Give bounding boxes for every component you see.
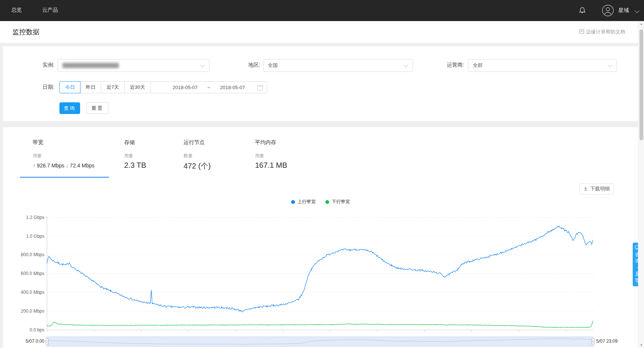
page-scrollbar[interactable]: ▲ ▼ (638, 21, 644, 348)
help-doc-link[interactable]: 边缘计算帮助文档 (579, 29, 625, 35)
date-separator: ~ (207, 85, 210, 90)
page-title: 监控数据 (12, 27, 39, 36)
instance-select[interactable] (58, 59, 210, 72)
carrier-select[interactable]: 全部 (468, 59, 617, 72)
carrier-label: 运营商: (447, 62, 464, 68)
scroll-up-arrow[interactable]: ▲ (638, 22, 644, 26)
datazoom-brush[interactable] (47, 337, 593, 346)
query-button[interactable]: 查询 (59, 102, 80, 114)
region-label: 地区: (248, 62, 260, 68)
page-header-bar: 监控数据 边缘计算帮助文档 (0, 21, 644, 43)
download-series-line (47, 321, 593, 327)
chevron-down-icon (635, 8, 639, 13)
document-icon (579, 29, 584, 35)
help-doc-link-label: 边缘计算帮助文档 (586, 29, 625, 35)
date-preset-group: 今日 昨日 近7天 近30天 (59, 81, 151, 93)
username[interactable]: 星域 (618, 7, 629, 14)
filter-panel: 实例: 地区: 全国 运营商: 全部 日期: 今日 昨日 近7天 近30天 20… (3, 46, 638, 121)
date-preset-30days[interactable]: 近30天 (124, 81, 150, 93)
date-range-input[interactable]: 2018-05-07 ~ 2018-05-07 (150, 81, 267, 93)
datazoom-end-label: 5/07 23:09 (596, 338, 618, 344)
scrollbar-thumb[interactable] (639, 29, 643, 140)
datazoom-start-label: 5/07 0:00 (7, 338, 44, 344)
carrier-select-value: 全部 (473, 62, 483, 69)
instance-label: 实例: (43, 62, 55, 68)
date-end-value: 2018-05-07 (220, 85, 245, 90)
monitor-panel: 带宽 用量 ↑ 928.7 Mbps ↓ 72.4 Mbps 存储 用量 2.3… (3, 127, 638, 348)
date-start-value: 2018-05-07 (173, 85, 198, 90)
chevron-down-icon (200, 63, 204, 67)
date-preset-today[interactable]: 今日 (59, 81, 80, 93)
nav-item-overview[interactable]: 总览 (11, 7, 22, 14)
chevron-down-icon (404, 63, 408, 67)
date-preset-yesterday[interactable]: 昨日 (80, 81, 101, 93)
date-label: 日期: (43, 84, 55, 91)
user-avatar[interactable] (602, 5, 614, 17)
scroll-down-arrow[interactable]: ▼ (638, 343, 644, 347)
region-select-value: 全国 (268, 62, 278, 69)
notifications-bell-icon[interactable] (578, 6, 587, 15)
date-preset-7days[interactable]: 近7天 (101, 81, 125, 93)
upload-series-line (47, 226, 593, 312)
page-root: 总览 云产品 星域 监控数据 边缘计算帮助文档 实例: (0, 0, 644, 348)
chevron-down-icon (608, 63, 612, 67)
reset-button[interactable]: 重置 (87, 102, 108, 114)
calendar-icon (257, 85, 263, 90)
region-select[interactable]: 全国 (263, 59, 413, 72)
nav-item-cloud-products[interactable]: 云产品 (42, 7, 58, 14)
top-nav: 总览 云产品 星域 (0, 0, 644, 21)
instance-value-redacted (62, 63, 119, 68)
bandwidth-chart[interactable] (0, 127, 644, 348)
